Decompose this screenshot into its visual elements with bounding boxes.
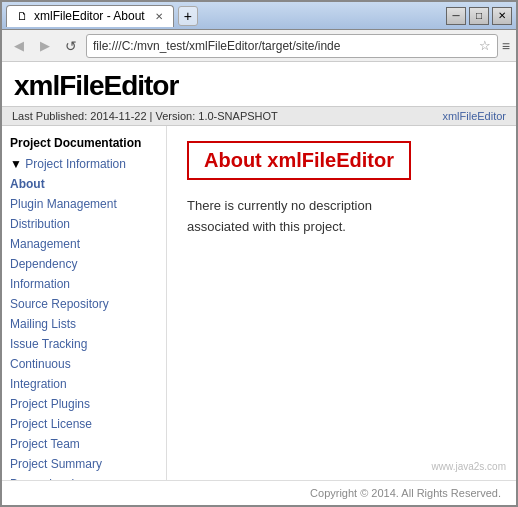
sidebar-item-project-plugins[interactable]: Project Plugins (10, 397, 90, 411)
content-area: Project Documentation ▼ Project Informat… (2, 126, 516, 480)
list-item: Integration (10, 374, 158, 394)
list-item: Project License (10, 414, 158, 434)
sidebar-item-integration[interactable]: Integration (10, 377, 67, 391)
main-content: About xmlFileEditor There is currently n… (167, 126, 516, 480)
site-title: xmlFileEditor (14, 70, 504, 102)
nav-bar: ◀ ▶ ↺ file:///C:/mvn_test/xmlFileEditor/… (2, 30, 516, 62)
list-item: Source Repository (10, 294, 158, 314)
sidebar-item-mailing-lists[interactable]: Mailing Lists (10, 317, 76, 331)
sidebar-item-management[interactable]: Management (10, 237, 80, 251)
sidebar-nav: ▼ Project Information About Plugin Manag… (10, 154, 158, 480)
list-item: Project Team (10, 434, 158, 454)
sidebar-item-continuous[interactable]: Continuous (10, 357, 71, 371)
window-controls: ─ □ ✕ (446, 7, 512, 25)
watermark: www.java2s.com (432, 461, 506, 472)
list-item: Mailing Lists (10, 314, 158, 334)
tab-label: xmlFileEditor - About (34, 9, 145, 23)
list-item: About (10, 174, 158, 194)
description-line2: associated with this project. (187, 219, 346, 234)
list-item: Management (10, 234, 158, 254)
list-item: Continuous (10, 354, 158, 374)
menu-icon[interactable]: ≡ (502, 38, 510, 54)
sidebar-item-project-summary[interactable]: Project Summary (10, 457, 102, 471)
meta-site-name: xmlFileEditor (442, 110, 506, 122)
list-item: Issue Tracking (10, 334, 158, 354)
sidebar-item-source-repo[interactable]: Source Repository (10, 297, 109, 311)
browser-tab[interactable]: 🗋 xmlFileEditor - About ✕ (6, 5, 174, 27)
nav-arrow: ▼ (10, 157, 25, 171)
minimize-button[interactable]: ─ (446, 7, 466, 25)
title-bar: 🗋 xmlFileEditor - About ✕ + ─ □ ✕ (2, 2, 516, 30)
back-button[interactable]: ◀ (8, 35, 30, 57)
footer: Copyright © 2014. All Rights Reserved. (2, 480, 516, 505)
refresh-button[interactable]: ↺ (60, 35, 82, 57)
close-button[interactable]: ✕ (492, 7, 512, 25)
sidebar-section-title: Project Documentation (10, 136, 158, 150)
list-item: Plugin Management (10, 194, 158, 214)
sidebar-item-project-team[interactable]: Project Team (10, 437, 80, 451)
description-line1: There is currently no description (187, 198, 372, 213)
list-item: Project Summary (10, 454, 158, 474)
sidebar-item-plugin-mgmt[interactable]: Plugin Management (10, 197, 117, 211)
tab-icon: 🗋 (17, 10, 28, 22)
list-item: Dependency (10, 254, 158, 274)
about-description: There is currently no description associ… (187, 196, 496, 238)
copyright-text: Copyright © 2014. All Rights Reserved. (310, 487, 501, 499)
sidebar-item-distribution[interactable]: Distribution (10, 217, 70, 231)
sidebar-item-project-license[interactable]: Project License (10, 417, 92, 431)
forward-button[interactable]: ▶ (34, 35, 56, 57)
list-item: Project Plugins (10, 394, 158, 414)
list-item: Information (10, 274, 158, 294)
meta-published: Last Published: 2014-11-22 | Version: 1.… (12, 110, 278, 122)
about-title: About xmlFileEditor (187, 141, 411, 180)
sidebar-item-information[interactable]: Information (10, 277, 70, 291)
sidebar-item-about[interactable]: About (10, 177, 45, 191)
page-meta: Last Published: 2014-11-22 | Version: 1.… (2, 107, 516, 126)
list-item: ▼ Project Information (10, 154, 158, 174)
new-tab-button[interactable]: + (178, 6, 198, 26)
tab-close-button[interactable]: ✕ (155, 11, 163, 22)
maximize-button[interactable]: □ (469, 7, 489, 25)
list-item: Distribution (10, 214, 158, 234)
sidebar-item-dependency[interactable]: Dependency (10, 257, 77, 271)
sidebar-item-issue-tracking[interactable]: Issue Tracking (10, 337, 87, 351)
address-bar[interactable]: file:///C:/mvn_test/xmlFileEditor/target… (86, 34, 498, 58)
page-header: xmlFileEditor (2, 62, 516, 107)
sidebar: Project Documentation ▼ Project Informat… (2, 126, 167, 480)
browser-window: 🗋 xmlFileEditor - About ✕ + ─ □ ✕ ◀ ▶ ↺ … (0, 0, 518, 507)
sidebar-item-project-info[interactable]: Project Information (25, 157, 126, 171)
address-text: file:///C:/mvn_test/xmlFileEditor/target… (93, 39, 475, 53)
bookmark-icon[interactable]: ☆ (479, 38, 491, 53)
